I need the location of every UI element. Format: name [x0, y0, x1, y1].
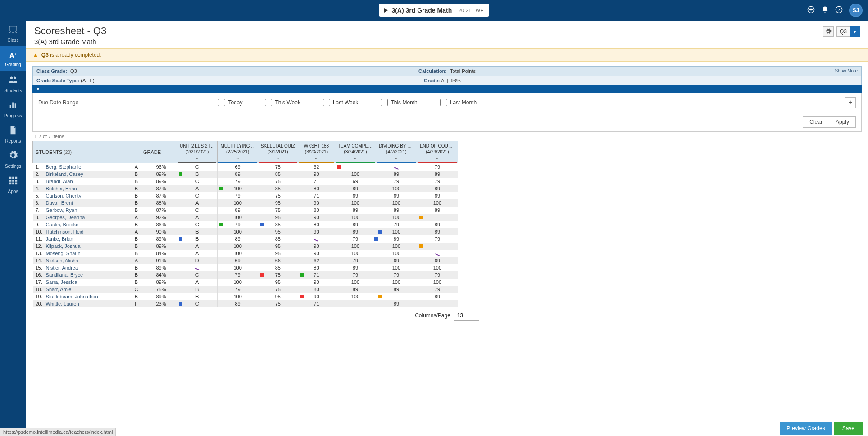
top-bar: 3(A) 3rd Grade Math - 20-21 - WE ? SJ	[0, 0, 868, 21]
help-icon[interactable]: ?	[835, 6, 843, 15]
class-selector[interactable]: 3(A) 3rd Grade Math - 20-21 - WE	[379, 4, 489, 17]
class-suffix: - 20-21 - WE	[455, 8, 483, 13]
play-icon	[384, 8, 388, 13]
bell-icon[interactable]	[821, 6, 829, 15]
user-avatar[interactable]: SJ	[849, 4, 863, 17]
class-name: 3(A) 3rd Grade Math	[391, 7, 452, 14]
svg-text:?: ?	[838, 8, 841, 12]
topbar-actions: ? SJ	[807, 4, 863, 17]
add-icon[interactable]	[807, 6, 815, 15]
